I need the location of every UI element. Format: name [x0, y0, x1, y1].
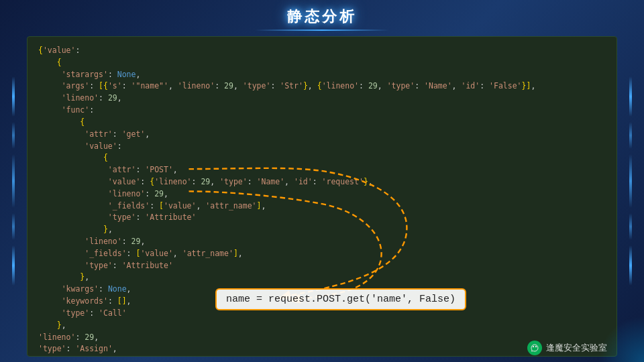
svg-point-1 — [533, 346, 534, 347]
code-panel: {'value': { 'starargs': None, 'args': [{… — [27, 36, 617, 357]
left-decoration — [0, 0, 27, 362]
right-decoration — [617, 0, 644, 362]
page-title: 静态分析 — [0, 7, 644, 27]
corner-decoration — [590, 308, 644, 362]
annotation-box: name = request.POST.get('name', False) — [215, 288, 466, 310]
title-bar: 静态分析 — [0, 0, 644, 36]
svg-point-2 — [535, 346, 537, 347]
main-container: 静态分析 {'value': { 'starargs': None, 'args… — [0, 0, 644, 362]
wechat-icon — [527, 341, 542, 355]
annotation-text: name = request.POST.get('name', False) — [226, 294, 455, 305]
title-underline — [255, 29, 389, 31]
